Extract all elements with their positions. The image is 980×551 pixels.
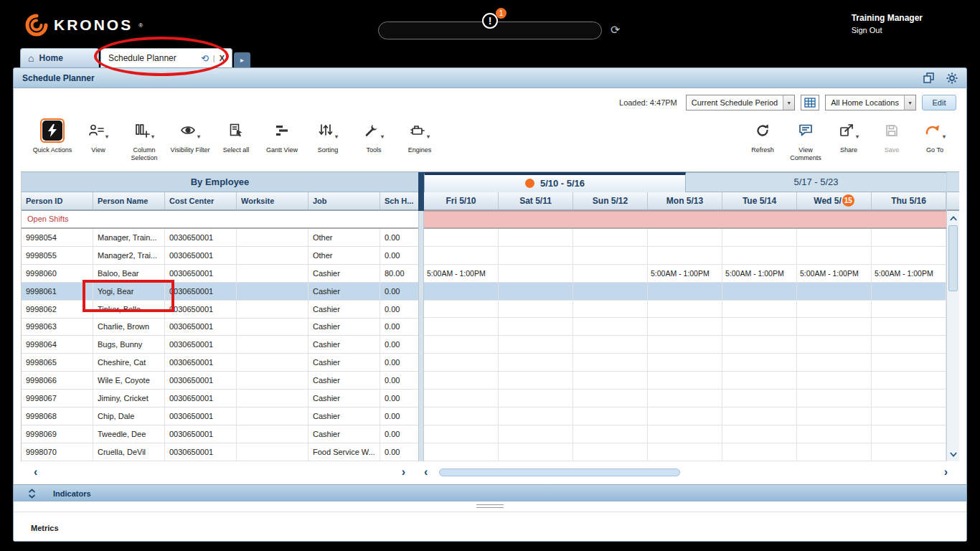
- shift-cell[interactable]: [573, 372, 648, 389]
- employee-row[interactable]: 9998067Jiminy, Cricket0030650001Cashier0…: [22, 390, 418, 408]
- shift-cell[interactable]: [722, 408, 797, 425]
- cost-center-cell[interactable]: 0030650001: [165, 443, 237, 461]
- employee-row[interactable]: 9998054Manager, Train...0030650001Other0…: [22, 229, 418, 247]
- employee-row[interactable]: 9998061Yogi, Bear0030650001Cashier0.00: [22, 283, 418, 301]
- open-shifts-schedule-row[interactable]: [424, 211, 946, 229]
- day-column-header[interactable]: Sat 5/11: [499, 192, 573, 209]
- schedule-row[interactable]: [424, 372, 946, 390]
- person-name-cell[interactable]: Tweedle, Dee: [93, 425, 165, 443]
- shift-cell[interactable]: [872, 390, 946, 407]
- shift-cell[interactable]: [872, 443, 946, 461]
- person-id-cell[interactable]: 9998066: [22, 372, 93, 389]
- shift-cell[interactable]: [797, 408, 872, 425]
- schedule-row[interactable]: [424, 247, 946, 265]
- shift-cell[interactable]: [722, 372, 797, 389]
- worksite-cell[interactable]: [237, 301, 308, 318]
- job-cell[interactable]: Cashier: [308, 336, 380, 353]
- worksite-cell[interactable]: [237, 425, 308, 443]
- home-locations-select[interactable]: All Home Locations ▾: [825, 95, 916, 110]
- worksite-cell[interactable]: [237, 408, 308, 425]
- column-header[interactable]: Person Name: [93, 192, 165, 209]
- cost-center-cell[interactable]: 0030650001: [165, 408, 237, 425]
- shift-cell[interactable]: [797, 318, 872, 335]
- shift-cell[interactable]: [573, 425, 648, 443]
- shift-cell[interactable]: [722, 229, 797, 246]
- gear-icon[interactable]: [946, 72, 958, 84]
- person-name-cell[interactable]: Manager, Train...: [93, 229, 165, 246]
- employee-row[interactable]: 9998066Wile E, Coyote0030650001Cashier0.…: [22, 372, 418, 390]
- person-id-cell[interactable]: 9998065: [22, 354, 93, 371]
- sch-hours-cell[interactable]: 0.00: [380, 443, 419, 461]
- tab-close-icon[interactable]: X: [220, 54, 225, 62]
- maximize-icon[interactable]: [923, 72, 935, 84]
- schedule-period-select[interactable]: Current Schedule Period ▾: [686, 95, 795, 110]
- day-column-header[interactable]: Tue 5/14: [722, 192, 797, 209]
- shift-cell[interactable]: [499, 336, 573, 353]
- shift-cell[interactable]: [722, 354, 797, 371]
- view-button[interactable]: ▾ View: [75, 118, 121, 154]
- person-id-cell[interactable]: 9998069: [22, 425, 93, 443]
- save-button[interactable]: Save: [870, 118, 913, 162]
- cost-center-cell[interactable]: 0030650001: [165, 336, 237, 353]
- sch-hours-cell[interactable]: 0.00: [380, 390, 419, 407]
- person-id-cell[interactable]: 9998055: [22, 247, 93, 264]
- shift-cell[interactable]: [573, 318, 648, 335]
- scroll-left-icon[interactable]: ‹: [34, 466, 37, 478]
- column-header[interactable]: Worksite: [237, 192, 308, 209]
- scroll-right-icon[interactable]: ›: [944, 466, 948, 478]
- person-id-cell[interactable]: 9998063: [22, 319, 93, 336]
- hscroll-track[interactable]: [435, 468, 936, 477]
- worksite-cell[interactable]: [237, 283, 308, 300]
- sch-hours-cell[interactable]: 0.00: [380, 319, 419, 336]
- shift-cell[interactable]: [424, 425, 499, 443]
- scroll-right-icon[interactable]: ›: [402, 466, 405, 478]
- employee-row[interactable]: 9998063Charlie, Brown0030650001Cashier0.…: [22, 319, 418, 336]
- shift-cell[interactable]: [499, 425, 573, 443]
- shift-cell[interactable]: [573, 354, 648, 371]
- person-id-cell[interactable]: 9998062: [22, 301, 93, 318]
- person-id-cell[interactable]: 9998070: [22, 443, 93, 461]
- worksite-cell[interactable]: [237, 265, 308, 282]
- shift-cell[interactable]: [648, 229, 722, 246]
- person-name-cell[interactable]: Bugs, Bunny: [93, 336, 165, 353]
- person-id-cell[interactable]: 9998068: [22, 408, 93, 425]
- cost-center-cell[interactable]: 0030650001: [165, 229, 237, 246]
- shift-cell[interactable]: [499, 390, 573, 407]
- employee-row[interactable]: 9998069Tweedle, Dee0030650001Cashier0.00: [22, 425, 418, 443]
- shift-cell[interactable]: [722, 425, 797, 443]
- column-header[interactable]: Sch H...: [380, 192, 419, 209]
- schedule-row[interactable]: [424, 443, 946, 461]
- shift-cell[interactable]: [872, 247, 946, 264]
- hscroll-thumb[interactable]: [439, 468, 680, 476]
- shift-cell[interactable]: 5:00AM - 1:00PM: [648, 265, 722, 282]
- shift-cell[interactable]: [424, 283, 499, 300]
- gantt-view-button[interactable]: Gantt View: [259, 118, 305, 154]
- shift-cell[interactable]: [499, 372, 573, 389]
- chevron-down-icon[interactable]: ▾: [783, 95, 794, 110]
- shift-cell[interactable]: [424, 301, 499, 318]
- go-to-button[interactable]: ▾ Go To: [913, 118, 956, 162]
- cost-center-cell[interactable]: 0030650001: [165, 283, 237, 300]
- shift-cell[interactable]: [573, 390, 648, 407]
- shift-cell[interactable]: [872, 425, 946, 443]
- shift-cell[interactable]: [797, 372, 872, 389]
- employee-row[interactable]: 9998068Chip, Dale0030650001Cashier0.00: [22, 408, 418, 425]
- resize-handle[interactable]: [476, 504, 504, 510]
- sch-hours-cell[interactable]: 0.00: [380, 229, 419, 246]
- shift-cell[interactable]: [722, 301, 797, 318]
- worksite-cell[interactable]: [237, 319, 308, 336]
- shift-cell[interactable]: [648, 247, 722, 264]
- shift-cell[interactable]: [648, 408, 722, 425]
- job-cell[interactable]: Other: [308, 247, 380, 264]
- shift-cell[interactable]: [872, 283, 946, 300]
- shift-cell[interactable]: [797, 443, 872, 461]
- expand-collapse-icon[interactable]: [28, 489, 36, 499]
- person-name-cell[interactable]: Cruella, DeVil: [93, 443, 165, 461]
- cost-center-cell[interactable]: 0030650001: [165, 265, 237, 282]
- shift-cell[interactable]: 5:00AM - 1:00PM: [797, 265, 872, 282]
- shift-cell[interactable]: [722, 443, 797, 461]
- schedule-row[interactable]: [424, 229, 946, 247]
- schedule-row[interactable]: [424, 336, 946, 354]
- shift-cell[interactable]: [424, 336, 499, 353]
- sorting-button[interactable]: ▾ Sorting: [305, 118, 351, 154]
